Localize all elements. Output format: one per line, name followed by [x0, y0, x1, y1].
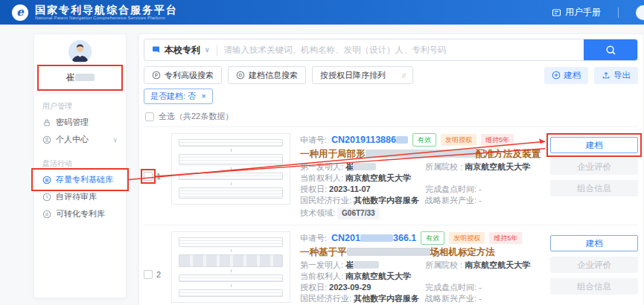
advanced-search-button[interactable]: 专利高级搜索 [144, 66, 222, 84]
username: 崔 [42, 69, 118, 86]
row-index: 1 [156, 172, 161, 181]
clock-icon [42, 193, 51, 202]
platform-title: 国家专利导航综合服务平台 [35, 4, 178, 16]
transfer-icon [42, 210, 51, 219]
sidebar-divider [34, 93, 126, 94]
enterprise-eval-button[interactable]: 企业评价 [550, 257, 638, 273]
export-button[interactable]: 导出 [594, 67, 638, 84]
app-no-value[interactable]: CN2019113886 [331, 135, 408, 145]
row-checkbox[interactable] [144, 172, 153, 181]
app-no-label: 申请号: [300, 233, 327, 243]
select-all-checkbox[interactable] [145, 112, 154, 121]
search-input[interactable] [217, 45, 584, 54]
status-badge-valid: 有效 [412, 133, 436, 147]
username-redaction [75, 74, 95, 81]
archive-search-icon [236, 71, 245, 80]
user-icon [42, 135, 51, 144]
combo-info-button[interactable]: 组合信息 [550, 278, 638, 295]
search-scope-value: 本校专利 [165, 44, 200, 57]
header-divider [618, 7, 619, 18]
user-manual-label: 用户手册 [565, 6, 601, 19]
platform-logo-icon: e [12, 4, 28, 21]
close-icon[interactable]: × [201, 92, 205, 100]
top-bar: e 国家专利导航综合服务平台 National Patent Navigatio… [0, 0, 644, 25]
status-badge-maintain: 维持5年 [481, 134, 514, 146]
app-no-label: 申请号: [300, 135, 327, 145]
create-archive-button[interactable]: 建档 [544, 67, 588, 84]
sidebar-item-self-review-library[interactable]: 自评待审库 [34, 188, 126, 205]
patent-details: 申请号: CN2019113886 有效 发明授权 维持5年 一种用于局部形配准… [300, 133, 544, 219]
status-badge-grant-type: 发明授权 [449, 232, 485, 244]
advanced-search-label: 专利高级搜索 [165, 70, 214, 81]
sidebar-item-label: 存量专利基础库 [56, 174, 113, 185]
row-checkbox[interactable] [144, 270, 153, 279]
archive-button[interactable]: 建档 [550, 137, 638, 153]
sidebar-section-user-mgmt: 用户管理 [34, 95, 126, 114]
status-badge-maintain: 维持5年 [489, 232, 522, 244]
patent-search-icon [152, 71, 161, 80]
sidebar-item-label: 个人中心 [56, 134, 89, 145]
manual-book-icon [552, 8, 561, 17]
create-archive-label: 建档 [564, 70, 581, 81]
patent-row-1: 1 申请号: CN2019113886 有效 发明授权 维持5年 [144, 126, 638, 225]
sidebar-item-label: 自评待审库 [56, 191, 97, 202]
database-icon [42, 176, 51, 184]
patent-actions: 建档 企业评价 组合信息 [550, 231, 638, 305]
select-all-label: 全选（共22条数据） [159, 111, 233, 122]
chevron-down-icon: ∨ [112, 136, 118, 144]
patent-row-2: 2 申请号: CN201366.1 有效 发明授权 维持5年 [144, 225, 638, 305]
chevron-down-icon: ∨ [205, 46, 210, 54]
status-badge-valid: 有效 [421, 231, 444, 245]
tech-field-tag: G06T7/33 [337, 208, 379, 219]
enterprise-eval-button[interactable]: 企业评价 [550, 158, 638, 175]
archive-info-search-label: 建档信息搜索 [249, 70, 298, 81]
patent-thumbnail[interactable] [171, 231, 290, 303]
sidebar-item-password[interactable]: 密码管理 [34, 114, 126, 131]
filter-row: 是否建档: 否 × [144, 89, 638, 104]
toolbar: 专利高级搜索 建档信息搜索 按授权日降序排列 ↓↑ 建档 导出 [144, 66, 638, 84]
export-icon [602, 71, 610, 80]
search-button[interactable] [584, 39, 637, 61]
archive-button[interactable]: 建档 [550, 235, 638, 251]
sidebar-item-personal-center[interactable]: 个人中心 ∨ [34, 131, 126, 148]
sidebar-item-stock-patent-library[interactable]: 存量专利基础库 [34, 171, 126, 188]
patent-list: 1 申请号: CN2019113886 有效 发明授权 维持5年 [144, 126, 638, 305]
app-no-value[interactable]: CN201366.1 [331, 233, 416, 243]
sort-button[interactable]: 按授权日降序排列 ↓↑ [312, 66, 413, 84]
bookmark-icon [151, 45, 161, 54]
sidebar: 崔 用户管理 密码管理 个人中心 ∨ 盘活行动 存量专利基础库 [34, 33, 127, 298]
platform-title-group: 国家专利导航综合服务平台 National Patent Navigation … [35, 4, 178, 20]
sort-label: 按授权日降序排列 [320, 70, 386, 81]
row-index: 2 [156, 270, 161, 279]
sidebar-section-revitalize: 盘活行动 [34, 152, 126, 171]
lock-icon [42, 118, 51, 127]
patent-thumbnail[interactable] [171, 133, 290, 205]
avatar-person-icon [68, 40, 92, 63]
combo-info-button[interactable]: 组合信息 [550, 180, 638, 196]
plus-circle-icon [552, 71, 561, 80]
user-manual-link[interactable]: 用户手册 [552, 6, 601, 19]
main-panel: 本校专利 ∨ 专利高级搜索 建档信息搜索 [138, 33, 644, 305]
platform-subtitle: National Patent Navigation Comprehensive… [35, 16, 178, 20]
search-bar: 本校专利 ∨ [144, 39, 638, 61]
patent-title[interactable]: 一种用于局部形配准方法及装置 [300, 149, 544, 159]
export-label: 导出 [613, 70, 631, 81]
user-avatar [68, 40, 92, 63]
search-icon [605, 45, 616, 56]
patent-actions: 建档 企业评价 组合信息 [550, 133, 638, 219]
search-scope-select[interactable]: 本校专利 ∨ [144, 44, 217, 57]
patent-title[interactable]: 一种基于平场相机标定方法 [300, 247, 544, 257]
select-all-row: 全选（共22条数据） [144, 111, 638, 122]
sidebar-item-label: 密码管理 [56, 117, 89, 128]
sidebar-item-transferable-library[interactable]: 可转化专利库 [34, 205, 126, 222]
sidebar-item-label: 可转化专利库 [56, 208, 105, 219]
archive-info-search-button[interactable]: 建档信息搜索 [228, 66, 306, 84]
filter-tag-label: 是否建档: 否 [150, 91, 196, 102]
sort-arrows-icon: ↓↑ [401, 71, 405, 79]
filter-tag-archived[interactable]: 是否建档: 否 × [144, 89, 213, 104]
header-avatar[interactable] [636, 5, 644, 20]
status-badge-grant-type: 发明授权 [441, 134, 476, 146]
patent-details: 申请号: CN201366.1 有效 发明授权 维持5年 一种基于平场相机标定方… [300, 231, 544, 305]
